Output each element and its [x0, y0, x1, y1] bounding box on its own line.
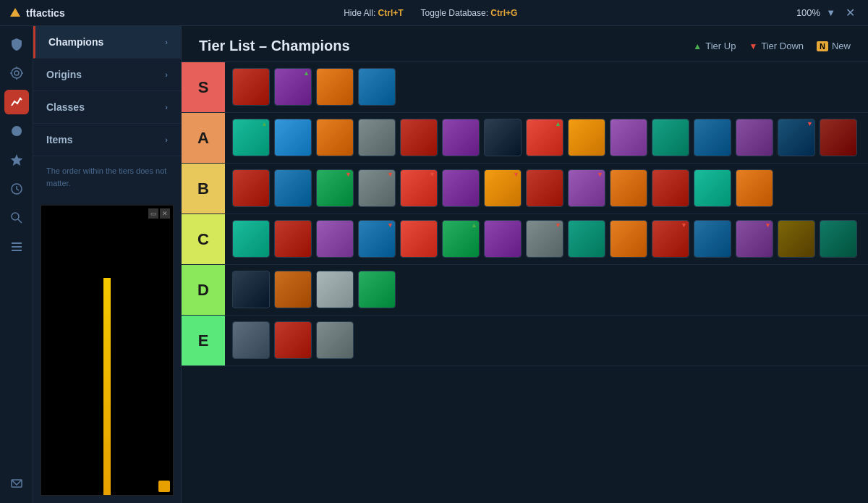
champ-card-a14[interactable]: ▼: [778, 119, 815, 156]
sidebar-icon-target[interactable]: [4, 61, 29, 85]
champ-card-c13[interactable]: ▼: [736, 220, 773, 258]
champ-card-a7[interactable]: [484, 119, 522, 156]
champ-block-a11: [652, 119, 689, 156]
sidebar-icon-history[interactable]: [4, 177, 29, 201]
sidebar-icon-search[interactable]: [4, 206, 29, 230]
nav-champions-chevron: ›: [165, 38, 168, 46]
champ-card-c12[interactable]: [694, 220, 731, 258]
champ-card-s1[interactable]: [232, 68, 270, 106]
nav-item-origins[interactable]: Origins ›: [33, 59, 181, 91]
nav-classes-label: Classes: [46, 101, 85, 113]
champ-card-s3[interactable]: [316, 68, 354, 106]
champ-inner-a13: [736, 119, 773, 156]
champ-card-c2[interactable]: [274, 220, 312, 258]
champ-card-c6[interactable]: ▲: [442, 220, 480, 258]
champ-card-a3[interactable]: [316, 119, 354, 156]
champ-card-s4[interactable]: [358, 68, 396, 106]
champ-card-b9[interactable]: ▼: [568, 169, 605, 207]
nav-champions-label: Champions: [48, 36, 103, 48]
champ-card-c11[interactable]: ▼: [652, 220, 689, 258]
champ-card-c1[interactable]: [232, 220, 270, 258]
champ-inner-a15: [820, 119, 856, 156]
ad-minimize-btn[interactable]: ▭: [148, 208, 158, 219]
champ-card-b7[interactable]: ▼: [484, 169, 522, 207]
nav-item-items[interactable]: Items ›: [33, 124, 181, 156]
champ-card-b1[interactable]: [232, 169, 270, 207]
champ-card-d4[interactable]: [358, 271, 396, 308]
champ-card-a15[interactable]: [820, 119, 857, 156]
champ-card-a2[interactable]: [274, 119, 312, 156]
champ-card-b13[interactable]: [736, 169, 773, 207]
champ-card-b3[interactable]: ▼: [316, 169, 354, 207]
champ-block-a9: [569, 119, 605, 156]
champ-card-a1[interactable]: ▲: [232, 119, 270, 156]
sidebar-icon-shield[interactable]: [4, 32, 29, 56]
champ-card-c14[interactable]: [778, 220, 815, 258]
topbar: tftactics Hide All: Ctrl+T Toggle Databa…: [0, 0, 868, 26]
sidebar-icon-chart[interactable]: [4, 90, 29, 114]
tier-champions-c: ▼▲▼▼▼: [225, 214, 868, 264]
sidebar-icon-star[interactable]: [4, 148, 29, 172]
champ-inner-s3: [317, 69, 353, 105]
champ-card-c7[interactable]: [484, 220, 522, 258]
champ-card-c3[interactable]: [316, 220, 354, 258]
topbar-right: 100% ▼ ✕: [796, 4, 859, 21]
champ-card-a12[interactable]: [694, 119, 731, 156]
champ-block-b6: [443, 170, 479, 206]
champ-inner-s1: [233, 69, 269, 105]
champ-card-c4[interactable]: ▼: [358, 220, 396, 258]
champ-card-d1[interactable]: [232, 271, 270, 308]
champ-card-c15[interactable]: [820, 220, 857, 258]
champ-card-b10[interactable]: [610, 169, 647, 207]
sidebar-icon-mail[interactable]: [4, 471, 29, 496]
champ-card-b6[interactable]: [442, 169, 480, 207]
sidebar-icon-list[interactable]: [4, 234, 29, 259]
champ-inner-b8: [527, 170, 563, 206]
champ-card-a5[interactable]: [400, 119, 438, 156]
tier-row-s: S▲: [182, 62, 868, 113]
champ-card-a11[interactable]: [652, 119, 689, 156]
champ-inner-d4: [359, 271, 395, 308]
champ-card-e3[interactable]: [316, 321, 354, 359]
champ-card-c9[interactable]: [568, 220, 605, 258]
champ-card-c10[interactable]: [610, 220, 647, 258]
champ-card-b8[interactable]: [526, 169, 563, 207]
legend-tier-down: ▼ Tier Down: [749, 41, 804, 51]
zoom-arrow[interactable]: ▼: [826, 7, 835, 18]
close-button[interactable]: ✕: [841, 4, 859, 21]
champ-inner-a7: [485, 119, 521, 156]
tier-row-c: C▼▲▼▼▼: [182, 214, 868, 265]
tier-champions-s: ▲: [225, 62, 868, 112]
champ-card-b11[interactable]: [652, 169, 689, 207]
tier-champions-e: [225, 316, 868, 365]
champ-block-c1: [233, 221, 269, 257]
champ-card-s2[interactable]: ▲: [274, 68, 312, 106]
champ-block-b11: [652, 170, 689, 206]
champ-inner-c3: [317, 221, 353, 257]
nav-item-champions[interactable]: Champions ›: [33, 26, 181, 59]
hide-all-label: Hide All: Ctrl+T: [344, 8, 403, 18]
champ-card-a4[interactable]: [358, 119, 396, 156]
champ-card-c8[interactable]: ▼: [526, 220, 563, 258]
champ-card-a6[interactable]: [442, 119, 480, 156]
champ-card-a8[interactable]: ▲: [526, 119, 563, 156]
champ-card-a9[interactable]: [568, 119, 605, 156]
champ-card-d2[interactable]: [274, 271, 312, 308]
main-layout: Champions › Origins › Classes › Items › …: [0, 26, 868, 503]
champ-card-b4[interactable]: ▼: [358, 169, 396, 207]
nav-item-classes[interactable]: Classes ›: [33, 91, 181, 124]
champ-card-a13[interactable]: [736, 119, 773, 156]
champ-block-c2: [275, 221, 311, 257]
sidebar-icon-leaf[interactable]: [4, 119, 29, 143]
champ-card-b5[interactable]: ▼: [400, 169, 438, 207]
champ-card-d3[interactable]: [316, 271, 354, 308]
tier-label-e: E: [182, 316, 225, 365]
ad-close-btn[interactable]: ✕: [160, 208, 170, 219]
champ-card-e1[interactable]: [232, 321, 270, 359]
champ-card-b12[interactable]: [694, 169, 731, 207]
nav-origins-label: Origins: [46, 69, 82, 80]
champ-card-a10[interactable]: [610, 119, 647, 156]
champ-card-b2[interactable]: [274, 169, 312, 207]
champ-card-c5[interactable]: [400, 220, 438, 258]
champ-card-e2[interactable]: [274, 321, 312, 359]
